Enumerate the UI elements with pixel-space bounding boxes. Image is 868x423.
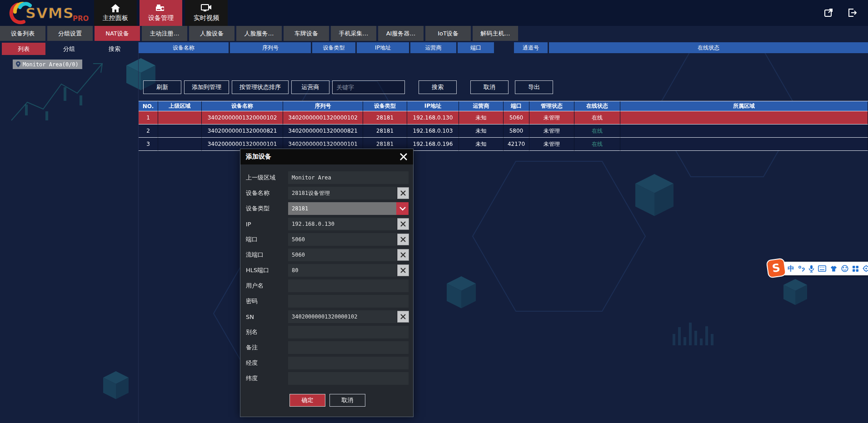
clear-stream-port-button[interactable] xyxy=(397,249,409,261)
cell-area xyxy=(620,124,868,138)
device-type-select[interactable]: 28181 xyxy=(288,202,396,215)
latitude-input[interactable] xyxy=(288,372,409,385)
tab-main-dashboard[interactable]: 主控面板 xyxy=(94,0,137,26)
table-row[interactable]: 1 34020000001320000102 34020000001320000… xyxy=(139,111,868,124)
refresh-button[interactable]: 刷新 xyxy=(143,80,181,94)
sogou-ime-logo[interactable]: S xyxy=(766,258,786,278)
clear-hls-port-button[interactable] xyxy=(397,264,409,276)
ime-microphone-icon[interactable] xyxy=(808,265,814,273)
col-device-type: 设备类型 xyxy=(363,101,407,111)
sidebar: 列表 分组 搜索 Monitor Area(0/0) xyxy=(0,42,139,423)
field-label: 经度 xyxy=(246,359,288,367)
export-button[interactable]: 导出 xyxy=(515,80,553,94)
subtab-face-devices[interactable]: 人脸设备 xyxy=(189,26,234,41)
sidebar-tab-list[interactable]: 列表 xyxy=(2,43,45,55)
ime-punctuation-icon[interactable] xyxy=(798,265,805,272)
subtab-active-register[interactable]: 主动注册… xyxy=(142,26,187,41)
filter-col-port[interactable]: 端口 xyxy=(458,42,494,53)
main-nav: 主控面板 设备管理 实时视频 xyxy=(94,0,230,26)
cell-no: 2 xyxy=(139,124,158,138)
cancel-search-button[interactable]: 取消 xyxy=(470,80,509,94)
sidebar-tab-group[interactable]: 分组 xyxy=(47,43,91,55)
longitude-input[interactable] xyxy=(288,357,409,369)
subtab-ai-server[interactable]: AI服务器… xyxy=(378,26,424,41)
sidebar-tab-search[interactable]: 搜索 xyxy=(93,43,136,55)
cell-serial: 34020000001320000821 xyxy=(283,124,363,138)
cell-ip: 192.168.0.196 xyxy=(407,138,459,151)
tab-device-manager[interactable]: 设备管理 xyxy=(140,0,182,26)
subtab-device-list[interactable]: 设备列表 xyxy=(0,26,45,41)
filter-col-ip[interactable]: IP地址 xyxy=(357,42,409,53)
clear-ip-button[interactable] xyxy=(397,218,409,230)
col-online-status: 在线状态 xyxy=(574,101,620,111)
add-to-manage-button[interactable]: 添加到管理 xyxy=(184,80,229,94)
field-sn: SN xyxy=(246,310,413,323)
exit-icon[interactable] xyxy=(847,8,857,18)
stream-port-input[interactable] xyxy=(288,249,396,261)
subtab-nat-devices[interactable]: NAT设备 xyxy=(95,26,140,41)
subtab-group-settings[interactable]: 分组设置 xyxy=(47,26,93,41)
device-filter-header: 设备名称 序列号 设备类型 IP地址 运营商 端口 通道号 在线状态 xyxy=(139,42,868,53)
close-icon[interactable] xyxy=(399,153,408,161)
ime-more-icon[interactable] xyxy=(863,265,868,272)
ime-chinese-mode-icon[interactable]: 中 xyxy=(788,264,794,273)
subtab-decoder-host[interactable]: 解码主机… xyxy=(473,26,518,41)
tab-label: 实时视频 xyxy=(194,14,219,22)
field-label: 流端口 xyxy=(246,251,288,259)
parent-area-input[interactable] xyxy=(288,171,409,184)
table-header-row: NO. 上级区域 设备名称 序列号 设备类型 IP地址 运营商 端口 管理状态 … xyxy=(139,101,868,111)
keyword-input[interactable] xyxy=(332,80,405,94)
live-video-icon xyxy=(201,4,212,13)
username-input[interactable] xyxy=(288,279,409,292)
clear-port-button[interactable] xyxy=(397,234,409,245)
ip-input[interactable] xyxy=(288,218,396,230)
svms-logo: SVMS PRO xyxy=(4,1,95,25)
ime-toolbox-icon[interactable] xyxy=(852,265,859,272)
cell-manage-status: 未管理 xyxy=(529,138,574,151)
subtab-phone-capture[interactable]: 手机采集… xyxy=(331,26,376,41)
col-parent-area: 上级区域 xyxy=(158,101,202,111)
subtab-face-service[interactable]: 人脸服务… xyxy=(236,26,282,41)
subtab-iot-devices[interactable]: IoT设备 xyxy=(425,26,471,41)
field-device-name: 设备名称 xyxy=(246,187,413,199)
table-row[interactable]: 2 34020000001320000821 34020000001320000… xyxy=(139,124,868,138)
clear-icon xyxy=(400,267,406,274)
field-label: 备注 xyxy=(246,343,288,352)
clear-device-name-button[interactable] xyxy=(397,187,409,199)
cell-operator: 未知 xyxy=(459,111,504,124)
filter-col-operator[interactable]: 运营商 xyxy=(410,42,456,53)
col-device-name: 设备名称 xyxy=(202,101,283,111)
dialog-title-bar: 添加设备 xyxy=(240,149,413,164)
popup-window-icon[interactable] xyxy=(823,8,833,18)
filter-col-channel[interactable]: 通道号 xyxy=(514,42,548,53)
dialog-cancel-button[interactable]: 取消 xyxy=(329,394,365,407)
tree-item-monitor-area[interactable]: Monitor Area(0/0) xyxy=(13,60,82,69)
remark-input[interactable] xyxy=(288,341,409,354)
field-username: 用户名 xyxy=(246,279,413,292)
sn-input[interactable] xyxy=(288,310,396,323)
password-input[interactable] xyxy=(288,295,409,308)
search-button[interactable]: 搜索 xyxy=(419,80,457,94)
ime-skin-icon[interactable] xyxy=(830,265,838,272)
cell-area xyxy=(620,111,868,124)
sort-by-manage-status-button[interactable]: 按管理状态排序 xyxy=(232,80,289,94)
filter-col-online-status[interactable]: 在线状态 xyxy=(549,42,868,53)
filter-col-serial[interactable]: 序列号 xyxy=(230,42,311,53)
filter-col-device-name[interactable]: 设备名称 xyxy=(139,42,229,53)
tab-live-video[interactable]: 实时视频 xyxy=(185,0,228,26)
subtab-plate-devices[interactable]: 车牌设备 xyxy=(284,26,329,41)
alias-input[interactable] xyxy=(288,326,409,338)
port-input[interactable] xyxy=(288,233,396,246)
clear-sn-button[interactable] xyxy=(397,311,409,323)
cell-parent-area xyxy=(158,124,202,138)
ime-emoji-icon[interactable] xyxy=(841,265,848,272)
filter-col-device-type[interactable]: 设备类型 xyxy=(312,42,355,53)
device-type-dropdown-button[interactable] xyxy=(396,202,409,215)
operator-button[interactable]: 运营商 xyxy=(291,80,329,94)
ime-keyboard-icon[interactable] xyxy=(818,265,826,272)
ok-button[interactable]: 确定 xyxy=(289,394,325,407)
hls-port-input[interactable] xyxy=(288,264,396,277)
field-label: IP xyxy=(246,221,288,228)
device-name-input[interactable] xyxy=(288,187,396,199)
field-label: 别名 xyxy=(246,328,288,336)
